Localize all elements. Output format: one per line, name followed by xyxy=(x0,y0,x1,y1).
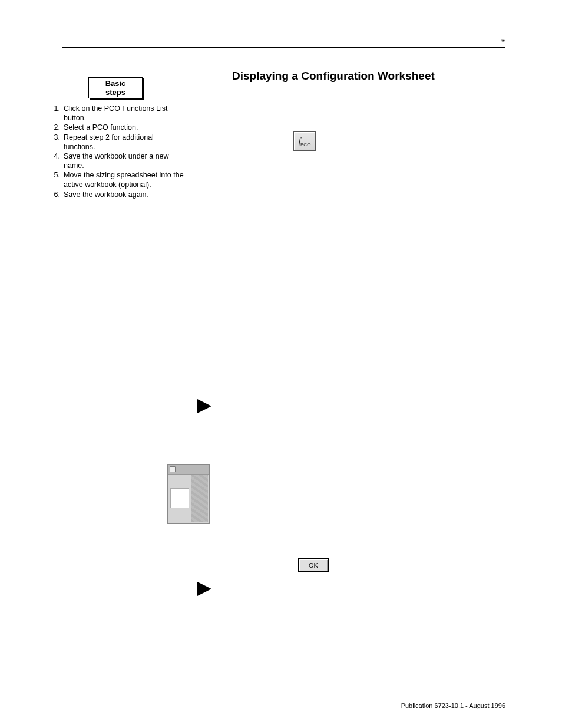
step-item: 1.Click on the PCO Functions List button… xyxy=(47,104,184,123)
fpco-sub-glyph: PCO xyxy=(300,142,310,147)
step-item: 5.Move the sizing spreadsheet into the a… xyxy=(47,171,184,189)
sidebar-rule-bottom xyxy=(47,203,184,203)
step-item: 2.Select a PCO function. xyxy=(47,123,184,133)
step-item: 3.Repeat step 2 for additional functions… xyxy=(47,133,184,151)
step-number: 1. xyxy=(47,104,64,123)
step-text: Save the workbook again. xyxy=(64,190,184,200)
sidebar-rule-top xyxy=(47,71,184,71)
publication-footer: Publication 6723-10.1 - August 1996 xyxy=(401,702,505,709)
worksheet-thumbnail-icon xyxy=(167,464,210,524)
thumbnail-sheet xyxy=(170,488,189,508)
play-arrow-icon xyxy=(197,399,211,413)
step-text: Select a PCO function. xyxy=(64,123,184,133)
step-number: 3. xyxy=(47,133,64,151)
steps-list: 1.Click on the PCO Functions List button… xyxy=(47,104,184,199)
step-item: 6.Save the workbook again. xyxy=(47,190,184,200)
step-text: Save the workbook under a new name. xyxy=(64,152,184,170)
step-text: Move the sizing spreadsheet into the act… xyxy=(64,171,184,189)
trademark-symbol: ™ xyxy=(501,39,505,44)
step-text: Repeat step 2 for additional functions. xyxy=(64,133,184,151)
basic-steps-sidebar: Basic steps 1.Click on the PCO Functions… xyxy=(47,71,184,203)
step-number: 2. xyxy=(47,123,64,133)
thumbnail-titlebar xyxy=(168,465,209,475)
thumbnail-texture xyxy=(191,475,208,522)
basic-steps-label-box: Basic steps xyxy=(88,77,143,98)
step-number: 6. xyxy=(47,190,64,200)
ok-button[interactable]: OK xyxy=(298,558,329,572)
step-item: 4.Save the workbook under a new name. xyxy=(47,152,184,170)
play-arrow-icon xyxy=(197,582,211,596)
section-heading: Displaying a Configuration Worksheet xyxy=(232,70,435,83)
step-number: 4. xyxy=(47,152,64,170)
step-text: Click on the PCO Functions List button. xyxy=(64,104,184,123)
header-rule xyxy=(62,47,505,48)
pco-functions-list-button-icon[interactable]: fPCO xyxy=(293,131,316,151)
step-number: 5. xyxy=(47,171,64,189)
